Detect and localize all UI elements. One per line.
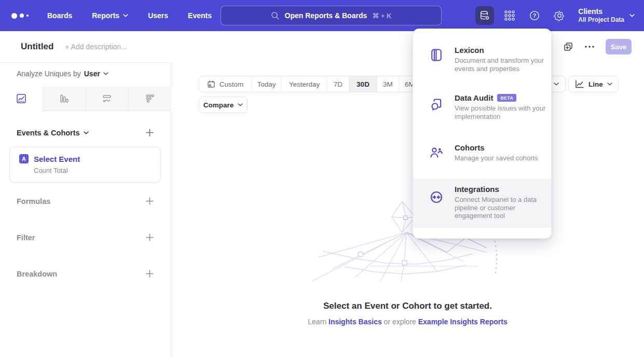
range-custom[interactable]: Custom: [199, 76, 251, 92]
data-management-button[interactable]: [475, 6, 494, 25]
tab-bar-chart[interactable]: [43, 87, 86, 111]
range-30d-selected[interactable]: 30D: [349, 76, 377, 92]
breakdown-label: Breakdown: [17, 270, 57, 278]
chart-style-dropdown[interactable]: Line: [568, 76, 619, 92]
help-button[interactable]: ?: [525, 6, 544, 25]
tab-metric-chart[interactable]: [128, 87, 171, 111]
logo-dot: [11, 13, 17, 19]
data-audit-description: View possible issues with your implement…: [455, 104, 549, 120]
example-reports-link[interactable]: Example Insights Reports: [418, 318, 508, 326]
header-actions: Save: [563, 31, 632, 62]
data-management-menu: Lexicon Document and transform your even…: [413, 29, 552, 239]
navbar-right: ? Clients All Project Data: [475, 0, 635, 31]
project-switcher[interactable]: Clients All Project Data: [578, 7, 635, 24]
plus-icon: [145, 269, 154, 278]
add-filter-button[interactable]: [145, 233, 154, 242]
top-navbar: Boards Reports Users Events Open Reports…: [0, 0, 644, 31]
cohorts-title: Cohorts: [455, 143, 485, 152]
range-3m-label: 3M: [383, 80, 393, 88]
insights-basics-link[interactable]: Insights Basics: [328, 318, 382, 326]
range-7d[interactable]: 7D: [327, 76, 349, 92]
lexicon-title: Lexicon: [455, 46, 484, 54]
more-options-button[interactable]: [585, 46, 594, 48]
add-event-button[interactable]: [145, 128, 154, 137]
analyze-row: Analyze Uniques by User: [17, 70, 108, 78]
cohorts-description: Manage your saved cohorts: [455, 154, 549, 162]
chevron-down-icon: [554, 83, 559, 86]
compare-label: Compare: [203, 101, 234, 109]
duplicate-button[interactable]: [563, 42, 573, 52]
beta-badge: BETA: [497, 94, 516, 102]
copy-plus-icon: [563, 42, 573, 52]
range-yesterday-label: Yesterday: [289, 80, 320, 88]
mixpanel-logo[interactable]: [11, 13, 29, 19]
apps-grid-button[interactable]: [500, 6, 519, 25]
chevron-down-icon: [238, 103, 243, 106]
range-3m[interactable]: 3M: [377, 76, 399, 92]
logo-dot: [26, 15, 29, 17]
ellipsis-icon: [585, 46, 594, 48]
event-card[interactable]: A Select Event Count Total: [9, 147, 161, 183]
plus-icon: [145, 128, 154, 137]
range-today-label: Today: [257, 80, 276, 88]
events-cohorts-label: Events & Cohorts: [17, 129, 80, 137]
analyze-by-dropdown[interactable]: User: [84, 70, 108, 78]
nav-users-label: Users: [148, 11, 168, 20]
chevron-down-icon: [84, 131, 89, 134]
tab-stacked-chart[interactable]: [86, 87, 129, 111]
cohorts-people-icon: [429, 145, 444, 160]
tab-line-chart[interactable]: [0, 87, 43, 111]
nav-events[interactable]: Events: [188, 11, 212, 20]
report-title[interactable]: Untitled: [21, 42, 53, 52]
nav-events-label: Events: [188, 11, 212, 20]
data-audit-icon: [429, 98, 444, 112]
nav-boards[interactable]: Boards: [47, 11, 72, 20]
select-event-label[interactable]: Select Event: [34, 155, 80, 163]
analyze-value: User: [84, 70, 100, 78]
chevron-down-icon: [629, 14, 635, 17]
chart-style-label: Line: [588, 80, 603, 88]
analyze-prefix: Analyze Uniques by: [17, 70, 81, 78]
formulas-label: Formulas: [17, 197, 50, 205]
events-cohorts-header: Events & Cohorts: [17, 128, 154, 137]
range-yesterday[interactable]: Yesterday: [281, 76, 327, 92]
filter-section: Filter: [17, 233, 154, 242]
empty-state-title: Select an Event or Cohort to get started…: [171, 301, 644, 311]
range-today[interactable]: Today: [251, 76, 281, 92]
menu-item-cohorts[interactable]: Cohorts Manage your saved cohorts: [413, 138, 551, 168]
menu-item-data-audit[interactable]: Data Audit BETA View possible issues wit…: [413, 88, 551, 126]
plus-icon: [145, 233, 154, 242]
svg-text:?: ?: [533, 12, 537, 19]
search-bar[interactable]: Open Reports & Boards ⌘ + K: [221, 6, 442, 25]
event-letter-badge: A: [19, 154, 29, 163]
empty-state-subtitle: Learn Insights Basics or explore Example…: [171, 318, 644, 326]
count-total-label[interactable]: Count Total: [34, 167, 160, 174]
project-name: All Project Data: [578, 16, 624, 24]
chevron-down-icon: [123, 14, 128, 17]
menu-item-integrations[interactable]: Integrations Connect Mixpanel to a data …: [413, 178, 551, 228]
add-breakdown-button[interactable]: [145, 269, 154, 278]
metric-icon: [145, 93, 155, 104]
integrations-title: Integrations: [455, 185, 499, 194]
settings-button[interactable]: [550, 6, 569, 25]
add-formula-button[interactable]: [145, 197, 154, 205]
add-description-field[interactable]: + Add description...: [65, 43, 127, 51]
nav-users[interactable]: Users: [148, 11, 168, 20]
events-cohorts-dropdown[interactable]: Events & Cohorts: [17, 129, 89, 137]
nav-boards-label: Boards: [47, 11, 72, 20]
report-canvas: Custom Today Yesterday 7D 30D 3M 6M Line…: [171, 62, 644, 357]
query-sidebar: Analyze Uniques by User: [0, 62, 171, 357]
line-chart-icon: [574, 79, 584, 89]
stacked-chart-icon: [102, 93, 112, 104]
range-custom-label: Custom: [220, 80, 244, 88]
mixpanel-app: Boards Reports Users Events Open Reports…: [0, 0, 644, 357]
save-button[interactable]: Save: [606, 39, 632, 54]
database-gear-icon: [478, 9, 491, 22]
search-icon: [271, 11, 280, 20]
bar-chart-icon: [59, 93, 70, 104]
compare-dropdown[interactable]: Compare: [199, 97, 248, 113]
org-name: Clients: [578, 7, 624, 16]
help-icon: ?: [528, 9, 541, 22]
menu-item-lexicon[interactable]: Lexicon Document and transform your even…: [413, 40, 551, 78]
nav-reports[interactable]: Reports: [92, 11, 128, 20]
